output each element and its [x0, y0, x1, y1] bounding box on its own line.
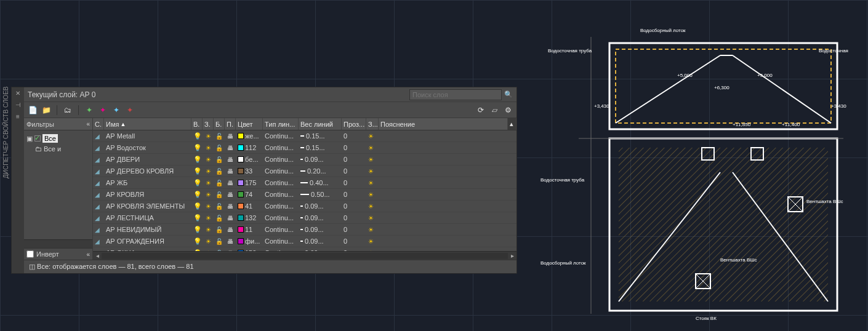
- col-plot[interactable]: П.: [225, 118, 236, 130]
- layer-color[interactable]: 112: [236, 144, 263, 151]
- layer-linetype[interactable]: Continu...: [263, 202, 299, 210]
- lock-icon[interactable]: 🔓: [215, 168, 223, 175]
- print-icon[interactable]: 🖶: [227, 191, 234, 198]
- layer-linetype[interactable]: Continu...: [263, 132, 299, 140]
- layer-transparency[interactable]: 0: [342, 167, 366, 175]
- sun-icon[interactable]: ☀: [204, 215, 212, 221]
- vscroll-up[interactable]: ▴: [508, 118, 516, 130]
- print-icon[interactable]: 🖶: [227, 203, 234, 210]
- filter-all-check-icon[interactable]: [34, 135, 41, 142]
- layer-lineweight[interactable]: 0.15...: [299, 144, 342, 151]
- new-layer-icon[interactable]: ✦: [84, 105, 94, 115]
- lock-icon[interactable]: 🔓: [215, 145, 223, 151]
- layer-name[interactable]: АР НЕВИДИМЫЙ: [104, 226, 191, 233]
- layer-name[interactable]: АР ДЕРЕВО КРОВЛЯ: [104, 167, 191, 175]
- lock-icon[interactable]: 🔓: [215, 238, 223, 245]
- layer-color[interactable]: же...: [236, 132, 263, 140]
- col-transparency[interactable]: Проз...: [342, 118, 366, 130]
- layer-transparency[interactable]: 0: [342, 191, 366, 198]
- invert-filter[interactable]: Инверт «: [24, 248, 92, 260]
- layer-name[interactable]: АР КРОВЛЯ: [104, 191, 191, 198]
- close-icon[interactable]: ✕: [15, 90, 20, 97]
- new-vp-icon[interactable]: ☀: [368, 145, 374, 151]
- table-row[interactable]: ◢ АР ДВЕРИ 💡 ☀ 🔓 🖶 бе... Continu... 0.09…: [93, 154, 516, 166]
- lightbulb-icon[interactable]: 💡: [193, 202, 201, 210]
- col-name[interactable]: Имя▲: [104, 118, 191, 130]
- filter-all[interactable]: ▣ Все: [26, 133, 90, 144]
- col-new[interactable]: З...: [366, 118, 379, 130]
- layer-linetype[interactable]: Continu...: [263, 226, 299, 233]
- table-row[interactable]: ◢ АР Metall 💡 ☀ 🔓 🖶 же... Continu... 0.1…: [93, 130, 516, 142]
- sun-icon[interactable]: ☀: [204, 226, 212, 233]
- lock-icon[interactable]: 🔓: [215, 133, 223, 140]
- new-vp-icon[interactable]: ☀: [368, 215, 374, 221]
- pin-icon[interactable]: ⊣: [15, 102, 21, 108]
- sun-icon[interactable]: ☀: [204, 191, 212, 198]
- sun-icon[interactable]: ☀: [204, 168, 212, 175]
- col-color[interactable]: Цвет: [236, 118, 263, 130]
- lightbulb-icon[interactable]: 💡: [193, 214, 201, 222]
- table-row[interactable]: ◢ АР Водосток 💡 ☀ 🔓 🖶 112 Continu... 0.1…: [93, 142, 516, 154]
- layer-transparency[interactable]: 0: [342, 179, 366, 186]
- layer-lineweight[interactable]: 0.40...: [299, 179, 342, 186]
- print-icon[interactable]: 🖶: [227, 180, 234, 186]
- layer-color[interactable]: 175: [236, 179, 263, 186]
- table-hscroll[interactable]: ◂▸: [93, 251, 516, 260]
- layer-linetype[interactable]: Continu...: [263, 144, 299, 151]
- new-vp-icon[interactable]: ☀: [368, 226, 374, 233]
- layer-color[interactable]: 132: [236, 214, 263, 221]
- layer-lineweight[interactable]: 0.20...: [299, 167, 342, 175]
- collapse-icon[interactable]: «: [86, 121, 90, 127]
- lightbulb-icon[interactable]: 💡: [193, 167, 201, 175]
- delete-layer-icon[interactable]: ✦: [111, 105, 121, 115]
- lock-icon[interactable]: 🔓: [215, 180, 223, 186]
- search-input[interactable]: [409, 89, 502, 100]
- new-group-button[interactable]: 📁: [41, 105, 51, 115]
- layer-transparency[interactable]: 0: [342, 214, 366, 221]
- invert-checkbox[interactable]: [26, 250, 34, 258]
- table-row[interactable]: ◢ АР НЕВИДИМЫЙ 💡 ☀ 🔓 🖶 11 Continu... 0.0…: [93, 224, 516, 236]
- layer-lineweight[interactable]: 0.09...: [299, 226, 342, 233]
- lightbulb-icon[interactable]: 💡: [193, 156, 201, 164]
- filters-header[interactable]: Фильтры «: [24, 118, 92, 130]
- layer-color[interactable]: 74: [236, 191, 263, 198]
- layer-name[interactable]: АР КРОВЛЯ ЭЛЕМЕНТЫ: [104, 202, 191, 210]
- layer-color[interactable]: 33: [236, 167, 263, 175]
- filters-hscroll[interactable]: [24, 239, 92, 248]
- layer-linetype[interactable]: Continu...: [263, 237, 299, 245]
- print-icon[interactable]: 🖶: [227, 238, 234, 245]
- new-vp-icon[interactable]: ☀: [368, 238, 374, 245]
- new-vp-icon[interactable]: ☀: [368, 191, 374, 198]
- lock-icon[interactable]: 🔓: [215, 215, 223, 221]
- table-row[interactable]: ◢ АР ОГРАЖДЕНИЯ 💡 ☀ 🔓 🖶 фи... Continu...…: [93, 236, 516, 247]
- layer-name[interactable]: АР Водосток: [104, 144, 191, 151]
- freeze-layer-icon[interactable]: ✦: [98, 105, 108, 115]
- layer-lineweight[interactable]: 0.15...: [299, 132, 342, 140]
- print-icon[interactable]: 🖶: [227, 156, 234, 163]
- layer-transparency[interactable]: 0: [342, 156, 366, 163]
- layer-states-button[interactable]: 🗂: [63, 105, 73, 115]
- layer-name[interactable]: АР ЖБ: [104, 179, 191, 186]
- layer-name[interactable]: АР ОГРАЖДЕНИЯ: [104, 237, 191, 245]
- lock-icon[interactable]: 🔓: [215, 191, 223, 198]
- layer-linetype[interactable]: Continu...: [263, 214, 299, 221]
- layer-lineweight[interactable]: 0.09...: [299, 156, 342, 163]
- sun-icon[interactable]: ☀: [204, 133, 212, 140]
- layer-transparency[interactable]: 0: [342, 132, 366, 140]
- lock-icon[interactable]: 🔓: [215, 226, 223, 233]
- sun-icon[interactable]: ☀: [204, 203, 212, 210]
- new-vp-icon[interactable]: ☀: [368, 203, 374, 210]
- layer-linetype[interactable]: Continu...: [263, 191, 299, 198]
- new-vp-icon[interactable]: ☀: [368, 133, 374, 140]
- lightbulb-icon[interactable]: 💡: [193, 191, 201, 199]
- filter-used[interactable]: 🗀 Все и: [26, 144, 90, 154]
- new-vp-icon[interactable]: ☀: [368, 168, 374, 175]
- print-icon[interactable]: 🖶: [227, 226, 234, 233]
- layer-transparency[interactable]: 0: [342, 202, 366, 210]
- table-row[interactable]: ◢ АР КРОВЛЯ ЭЛЕМЕНТЫ 💡 ☀ 🔓 🖶 41 Continu.…: [93, 201, 516, 212]
- layer-linetype[interactable]: Continu...: [263, 156, 299, 163]
- table-row[interactable]: ◢ АР ДЕРЕВО КРОВЛЯ 💡 ☀ 🔓 🖶 33 Continu...…: [93, 166, 516, 177]
- menu-icon[interactable]: ≡: [16, 113, 20, 120]
- print-icon[interactable]: 🖶: [227, 215, 234, 221]
- print-icon[interactable]: 🖶: [227, 168, 234, 175]
